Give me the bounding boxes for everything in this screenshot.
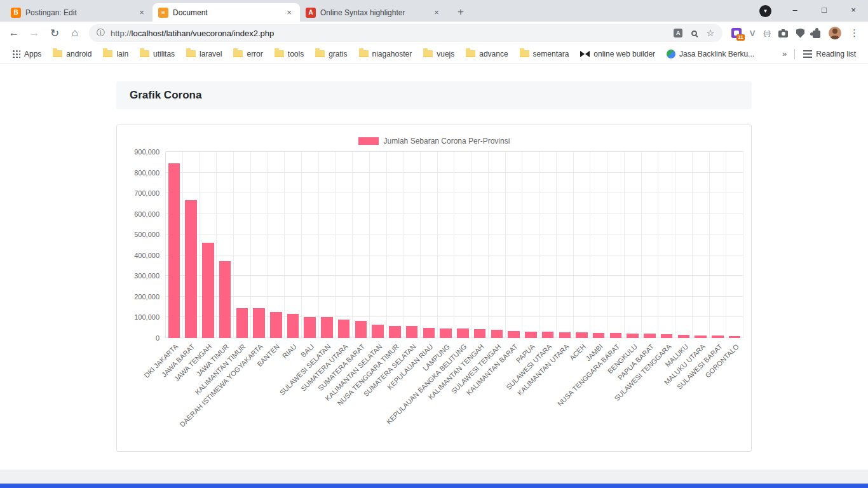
address-bar[interactable]: ⓘ http://localhost/latihan/vuecorona/ind… — [89, 24, 722, 42]
folder-icon — [53, 50, 62, 57]
url-text[interactable]: http://localhost/latihan/vuecorona/index… — [111, 29, 274, 38]
y-tick-label: 0 — [156, 334, 159, 342]
bar[interactable] — [219, 261, 231, 338]
bar-column — [285, 152, 302, 338]
bookmark-item[interactable]: advance — [460, 46, 513, 62]
bar[interactable] — [576, 332, 588, 338]
bookmark-item[interactable]: Apps — [6, 46, 47, 62]
forward-icon[interactable]: → — [25, 24, 43, 42]
chart-legend[interactable]: Jumlah Sebaran Corona Per-Provinsi — [125, 137, 743, 146]
bar[interactable] — [508, 331, 520, 338]
bar[interactable] — [440, 329, 452, 338]
bookmark-item[interactable]: android — [47, 46, 97, 62]
bookmark-star-icon[interactable]: ☆ — [706, 27, 714, 39]
bookmark-item[interactable]: sementara — [514, 46, 575, 62]
bookmarks-items: Appsandroidlainutilitaslaravelerrortools… — [6, 46, 760, 62]
bar[interactable] — [168, 163, 180, 338]
tab[interactable]: ≡Document× — [153, 3, 300, 22]
taskbar-accent-strip — [0, 484, 868, 488]
back-icon[interactable]: ← — [5, 24, 23, 42]
tab-close-icon[interactable]: × — [431, 8, 442, 18]
bar[interactable] — [474, 329, 486, 338]
close-button[interactable]: × — [839, 0, 868, 19]
bookmark-item[interactable]: gratis — [309, 46, 353, 62]
bar-column — [319, 152, 336, 338]
reload-icon[interactable]: ↻ — [46, 24, 64, 42]
bookmark-item[interactable]: tools — [269, 46, 309, 62]
bar-column — [625, 152, 642, 338]
bookmarks-overflow-icon[interactable]: » — [777, 49, 792, 58]
bar[interactable] — [185, 200, 197, 338]
y-tick-label: 700,000 — [134, 189, 159, 197]
browser-menu-icon[interactable]: ⋮ — [850, 27, 859, 39]
folder-icon — [233, 50, 243, 57]
extensions-puzzle-icon[interactable] — [813, 30, 820, 38]
y-tick-label: 300,000 — [134, 272, 159, 280]
bar[interactable] — [389, 326, 401, 338]
reading-list-button[interactable]: Reading list — [797, 46, 862, 62]
new-tab-button[interactable]: + — [452, 4, 469, 20]
tab-title: Postingan: Edit — [25, 8, 132, 17]
syntax-highlighter-favicon: A — [306, 8, 316, 18]
taskbar-strip — [0, 470, 868, 484]
bar[interactable] — [593, 333, 605, 338]
tab[interactable]: BPostingan: Edit× — [5, 3, 153, 22]
bar[interactable] — [525, 332, 537, 338]
bar-column — [506, 152, 523, 338]
bookmark-item[interactable]: lain — [97, 46, 134, 62]
bar[interactable] — [627, 334, 639, 338]
v-extension-icon[interactable]: V — [750, 29, 756, 38]
bar[interactable] — [202, 243, 214, 338]
folder-icon — [140, 50, 149, 57]
tab-title: Document — [173, 8, 280, 17]
bookmark-item[interactable]: online web builder — [574, 46, 661, 62]
bar[interactable] — [610, 333, 622, 338]
bar[interactable] — [406, 326, 418, 338]
shopping-extension-icon[interactable]: 11 — [731, 28, 742, 38]
shield-extension-icon[interactable] — [796, 29, 804, 38]
maximize-button[interactable]: □ — [810, 0, 839, 19]
bookmark-item[interactable]: utilitas — [134, 46, 180, 62]
translate-icon[interactable]: A — [674, 29, 682, 37]
bar[interactable] — [559, 332, 571, 338]
bar[interactable] — [287, 314, 299, 338]
info-icon[interactable]: ⓘ — [97, 27, 105, 39]
bookmark-item[interactable]: Jasa Backlink Berku... — [661, 46, 760, 62]
y-tick-label: 100,000 — [134, 313, 159, 321]
bar[interactable] — [644, 334, 656, 338]
tab[interactable]: AOnline Syntax highlighter× — [300, 3, 447, 22]
bar-column — [217, 152, 234, 338]
media-controls-button[interactable]: ▾ — [759, 5, 771, 17]
bar-column — [557, 152, 574, 338]
bookmark-label: vuejs — [437, 50, 454, 58]
bar[interactable] — [270, 312, 282, 338]
bar[interactable] — [253, 308, 265, 338]
bar[interactable] — [372, 325, 384, 338]
bar[interactable] — [321, 317, 333, 338]
home-icon[interactable]: ⌂ — [66, 24, 84, 42]
bar[interactable] — [338, 320, 350, 338]
folder-icon — [186, 50, 196, 57]
bookmark-item[interactable]: vuejs — [417, 46, 460, 62]
tab-close-icon[interactable]: × — [137, 8, 147, 18]
bar[interactable] — [542, 332, 554, 338]
vue-devtools-icon[interactable]: {=} — [763, 30, 770, 37]
browser-window: BPostingan: Edit×≡Document×AOnline Synta… — [0, 0, 868, 488]
bar[interactable] — [457, 329, 469, 338]
bookmark-item[interactable]: laravel — [180, 46, 227, 62]
minimize-button[interactable]: – — [780, 0, 810, 19]
bar[interactable] — [236, 308, 248, 338]
tab-close-icon[interactable]: × — [284, 8, 294, 18]
camera-extension-icon[interactable] — [778, 30, 788, 37]
profile-avatar[interactable] — [829, 27, 841, 39]
zoom-icon[interactable] — [691, 30, 697, 36]
bookmark-label: android — [66, 50, 92, 58]
bar[interactable] — [491, 330, 503, 338]
bookmark-item[interactable]: error — [227, 46, 268, 62]
bar[interactable] — [304, 317, 316, 338]
bookmark-label: online web builder — [593, 50, 655, 58]
bar[interactable] — [355, 321, 367, 338]
bookmark-item[interactable]: niagahoster — [353, 46, 418, 62]
bar[interactable] — [423, 328, 435, 338]
bar-column — [234, 152, 251, 338]
